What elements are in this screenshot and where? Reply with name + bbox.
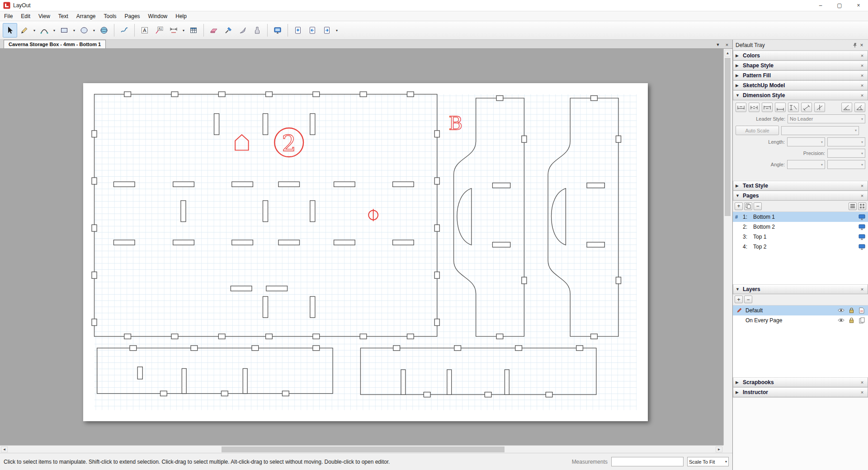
select-tool-button[interactable] (3, 23, 17, 38)
split-tool-button[interactable] (236, 23, 250, 38)
add-page-button[interactable] (291, 23, 305, 38)
collapse-arrow-icon[interactable]: ▼ (736, 93, 741, 98)
scroll-right-button[interactable]: ► (716, 446, 722, 452)
dim-align-center-button[interactable] (749, 103, 760, 112)
circle-tool-button[interactable] (77, 23, 91, 38)
menu-help[interactable]: Help (171, 11, 191, 21)
panel-close-icon[interactable]: × (859, 380, 865, 385)
collapse-arrow-icon[interactable]: ▼ (736, 287, 741, 291)
pin-icon[interactable] (852, 42, 858, 48)
menu-pages[interactable]: Pages (121, 11, 144, 21)
join-tool-button[interactable] (250, 23, 264, 38)
presentation-include-icon[interactable] (858, 233, 866, 240)
previous-page-button[interactable] (305, 23, 320, 38)
page-row-top-1[interactable]: 3: Top 1 (733, 232, 868, 242)
panel-close-icon[interactable]: × (859, 287, 865, 292)
collapse-arrow-icon[interactable]: ▼ (736, 193, 741, 198)
expand-arrow-icon[interactable]: ▶ (736, 83, 741, 88)
dim-vertical-button[interactable] (788, 103, 799, 112)
tray-header[interactable]: Default Tray × (733, 40, 868, 51)
layer-share-sheet-icon[interactable] (858, 307, 866, 314)
scroll-left-button[interactable]: ◄ (1, 446, 8, 452)
label-tool-button[interactable]: A1 (152, 23, 166, 38)
measurements-input[interactable] (611, 457, 684, 466)
remove-layer-button[interactable]: − (744, 296, 752, 303)
dimension-tool-dropdown[interactable]: ▾ (181, 23, 186, 38)
panel-close-icon[interactable]: × (859, 73, 865, 78)
eraser-tool-button[interactable] (207, 23, 221, 38)
panel-close-icon[interactable]: × (859, 83, 865, 88)
dim-angle-inner-button[interactable] (841, 103, 852, 112)
layer-shared-sheets-icon[interactable] (858, 317, 866, 324)
toolbar-overflow-dropdown[interactable]: ▾ (334, 23, 340, 38)
layer-visibility-eye-icon[interactable] (837, 307, 845, 314)
page-row-top-2[interactable]: 4: Top 2 (733, 242, 868, 252)
drawing-canvas-area[interactable]: B 2 (0, 49, 723, 445)
maximize-button[interactable]: ▢ (830, 0, 849, 11)
page-row-bottom-1[interactable]: # 1: Bottom 1 (733, 212, 868, 222)
circle-tool-dropdown[interactable]: ▾ (91, 23, 97, 38)
menu-view[interactable]: View (34, 11, 54, 21)
line-tool-button[interactable] (17, 23, 32, 38)
remove-page-button[interactable]: − (754, 202, 762, 210)
add-page-list-button[interactable]: + (735, 202, 743, 210)
dim-angle-outer-button[interactable] (854, 103, 865, 112)
arc-tool-button[interactable] (37, 23, 52, 38)
menu-file[interactable]: File (0, 11, 17, 21)
layer-visibility-eye-icon[interactable] (837, 317, 845, 324)
document-tab-active[interactable]: Caverna Storage Box - 4mm - Bottom 1 (4, 40, 106, 48)
expand-arrow-icon[interactable]: ▶ (736, 63, 741, 68)
horizontal-scroll-thumb[interactable] (222, 446, 505, 452)
panel-layers[interactable]: ▼ Layers × (733, 284, 868, 294)
expand-arrow-icon[interactable]: ▶ (736, 183, 741, 188)
precision-dropdown[interactable]: ▾ (827, 149, 865, 158)
laser-cut-drawing[interactable]: B 2 (83, 83, 648, 421)
panel-sketchup-model[interactable]: ▶ SketchUp Model × (733, 80, 868, 90)
polygon-tool-button[interactable] (97, 23, 111, 38)
scroll-up-button[interactable]: ▲ (725, 50, 731, 56)
tray-close-icon[interactable]: × (858, 42, 865, 48)
presentation-include-icon[interactable] (858, 243, 866, 250)
panel-dimension-style[interactable]: ▼ Dimension Style × (733, 90, 868, 100)
duplicate-page-button[interactable] (744, 202, 752, 210)
expand-arrow-icon[interactable]: ▶ (736, 73, 741, 78)
menu-tools[interactable]: Tools (100, 11, 121, 21)
tab-close-button[interactable]: × (723, 41, 731, 48)
panel-close-icon[interactable]: × (859, 93, 865, 98)
panel-pattern-fill[interactable]: ▶ Pattern Fill × (733, 70, 868, 80)
minimize-button[interactable]: – (811, 0, 830, 11)
leader-style-dropdown[interactable]: No Leader ▾ (788, 114, 865, 123)
panel-text-style[interactable]: ▶ Text Style × (733, 181, 868, 191)
panel-close-icon[interactable]: × (859, 183, 865, 188)
panel-close-icon[interactable]: × (859, 63, 865, 68)
layout-page[interactable]: B 2 (83, 83, 648, 421)
panel-close-icon[interactable]: × (859, 390, 865, 395)
panel-shape-style[interactable]: ▶ Shape Style × (733, 61, 868, 70)
rectangle-tool-button[interactable] (57, 23, 71, 38)
menu-arrange[interactable]: Arrange (72, 11, 100, 21)
text-tool-button[interactable]: A (137, 23, 152, 38)
length-units-dropdown[interactable]: ▾ (827, 137, 865, 146)
presentation-include-icon[interactable] (858, 223, 866, 230)
close-button[interactable]: × (849, 0, 868, 11)
panel-pages[interactable]: ▼ Pages × (733, 191, 868, 201)
tab-list-dropdown[interactable]: ▼ (714, 41, 722, 48)
menu-text[interactable]: Text (54, 11, 72, 21)
presentation-include-icon[interactable] (858, 213, 866, 221)
dim-perpendicular-button[interactable] (814, 103, 825, 112)
panel-colors[interactable]: ▶ Colors × (733, 51, 868, 61)
next-page-button[interactable] (320, 23, 334, 38)
start-presentation-button[interactable] (270, 23, 285, 38)
layer-row-on-every-page[interactable]: On Every Page (733, 315, 868, 325)
dim-aligned-button[interactable] (801, 103, 812, 112)
layer-lock-icon[interactable] (847, 317, 855, 324)
panel-close-icon[interactable]: × (859, 193, 865, 198)
table-tool-button[interactable] (186, 23, 201, 38)
angle-format-dropdown[interactable]: ▾ (787, 160, 825, 169)
expand-arrow-icon[interactable]: ▶ (736, 380, 741, 385)
layer-row-default[interactable]: Default (733, 306, 868, 315)
horizontal-scrollbar[interactable]: ◄ ► (0, 445, 723, 453)
page-list-view-button[interactable] (849, 202, 857, 210)
dimension-tool-button[interactable] (166, 23, 181, 38)
page-row-bottom-2[interactable]: 2: Bottom 2 (733, 222, 868, 232)
